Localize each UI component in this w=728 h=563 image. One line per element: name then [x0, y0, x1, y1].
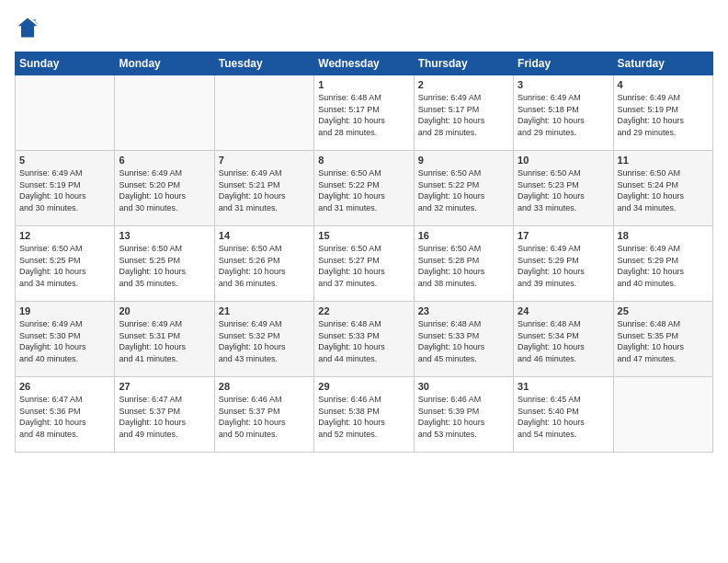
calendar-cell: 15Sunrise: 6:50 AM Sunset: 5:27 PM Dayli…: [314, 226, 414, 302]
calendar-cell: 12Sunrise: 6:50 AM Sunset: 5:25 PM Dayli…: [16, 226, 115, 302]
calendar-cell: 21Sunrise: 6:49 AM Sunset: 5:32 PM Dayli…: [214, 302, 313, 377]
day-number: 14: [219, 230, 310, 241]
day-number: 15: [318, 230, 409, 241]
day-info: Sunrise: 6:50 AM Sunset: 5:28 PM Dayligh…: [418, 243, 509, 289]
calendar-cell: 1Sunrise: 6:48 AM Sunset: 5:17 PM Daylig…: [314, 75, 414, 151]
calendar-cell: 22Sunrise: 6:48 AM Sunset: 5:33 PM Dayli…: [314, 302, 414, 377]
calendar-cell: 4Sunrise: 6:49 AM Sunset: 5:19 PM Daylig…: [613, 75, 712, 151]
calendar-cell: [214, 75, 313, 151]
day-info: Sunrise: 6:48 AM Sunset: 5:34 PM Dayligh…: [518, 318, 609, 364]
calendar-cell: 16Sunrise: 6:50 AM Sunset: 5:28 PM Dayli…: [414, 226, 513, 302]
calendar-cell: 10Sunrise: 6:50 AM Sunset: 5:23 PM Dayli…: [514, 151, 613, 226]
day-info: Sunrise: 6:46 AM Sunset: 5:37 PM Dayligh…: [219, 394, 310, 440]
calendar-cell: 24Sunrise: 6:48 AM Sunset: 5:34 PM Dayli…: [514, 302, 613, 377]
day-number: 11: [618, 155, 709, 166]
header-cell-wednesday: Wednesday: [314, 52, 414, 75]
day-number: 17: [518, 230, 609, 241]
calendar-cell: 7Sunrise: 6:49 AM Sunset: 5:21 PM Daylig…: [214, 151, 313, 226]
day-info: Sunrise: 6:49 AM Sunset: 5:20 PM Dayligh…: [119, 167, 210, 213]
calendar-cell: 9Sunrise: 6:50 AM Sunset: 5:22 PM Daylig…: [414, 151, 513, 226]
day-number: 30: [418, 381, 509, 392]
week-row-2: 5Sunrise: 6:49 AM Sunset: 5:19 PM Daylig…: [16, 151, 713, 226]
day-info: Sunrise: 6:48 AM Sunset: 5:35 PM Dayligh…: [618, 318, 709, 364]
calendar-cell: 31Sunrise: 6:45 AM Sunset: 5:40 PM Dayli…: [514, 377, 613, 453]
day-info: Sunrise: 6:50 AM Sunset: 5:26 PM Dayligh…: [219, 243, 310, 289]
calendar-cell: 19Sunrise: 6:49 AM Sunset: 5:30 PM Dayli…: [16, 302, 115, 377]
day-info: Sunrise: 6:49 AM Sunset: 5:32 PM Dayligh…: [219, 318, 310, 364]
day-info: Sunrise: 6:49 AM Sunset: 5:29 PM Dayligh…: [518, 243, 609, 289]
week-row-1: 1Sunrise: 6:48 AM Sunset: 5:17 PM Daylig…: [16, 75, 713, 151]
calendar-cell: 3Sunrise: 6:49 AM Sunset: 5:18 PM Daylig…: [514, 75, 613, 151]
day-number: 2: [418, 79, 509, 90]
day-info: Sunrise: 6:50 AM Sunset: 5:22 PM Dayligh…: [418, 167, 509, 213]
day-number: 20: [119, 305, 210, 316]
svg-marker-1: [18, 18, 38, 38]
calendar-cell: 25Sunrise: 6:48 AM Sunset: 5:35 PM Dayli…: [613, 302, 712, 377]
calendar-cell: 29Sunrise: 6:46 AM Sunset: 5:38 PM Dayli…: [314, 377, 414, 453]
day-info: Sunrise: 6:49 AM Sunset: 5:31 PM Dayligh…: [119, 318, 210, 364]
calendar-cell: 11Sunrise: 6:50 AM Sunset: 5:24 PM Dayli…: [613, 151, 712, 226]
day-info: Sunrise: 6:45 AM Sunset: 5:40 PM Dayligh…: [518, 394, 609, 440]
header-cell-thursday: Thursday: [414, 52, 513, 75]
day-number: 13: [119, 230, 210, 241]
day-info: Sunrise: 6:50 AM Sunset: 5:27 PM Dayligh…: [318, 243, 409, 289]
day-info: Sunrise: 6:49 AM Sunset: 5:19 PM Dayligh…: [19, 167, 110, 213]
calendar-cell: 27Sunrise: 6:47 AM Sunset: 5:37 PM Dayli…: [115, 377, 214, 453]
header-cell-friday: Friday: [514, 52, 613, 75]
logo: [15, 15, 44, 40]
day-number: 12: [19, 230, 110, 241]
day-number: 21: [219, 305, 310, 316]
day-info: Sunrise: 6:49 AM Sunset: 5:18 PM Dayligh…: [518, 92, 609, 138]
day-number: 29: [318, 381, 409, 392]
day-number: 25: [618, 305, 709, 316]
day-info: Sunrise: 6:50 AM Sunset: 5:22 PM Dayligh…: [318, 167, 409, 213]
day-number: 9: [418, 155, 509, 166]
day-number: 31: [518, 381, 609, 392]
calendar-cell: [115, 75, 214, 151]
calendar-cell: 30Sunrise: 6:46 AM Sunset: 5:39 PM Dayli…: [414, 377, 513, 453]
calendar-cell: 28Sunrise: 6:46 AM Sunset: 5:37 PM Dayli…: [214, 377, 313, 453]
day-info: Sunrise: 6:49 AM Sunset: 5:21 PM Dayligh…: [219, 167, 310, 213]
day-number: 28: [219, 381, 310, 392]
header-cell-monday: Monday: [115, 52, 214, 75]
calendar-cell: [613, 377, 712, 453]
calendar-cell: 14Sunrise: 6:50 AM Sunset: 5:26 PM Dayli…: [214, 226, 313, 302]
day-number: 22: [318, 305, 409, 316]
day-number: 10: [518, 155, 609, 166]
day-info: Sunrise: 6:50 AM Sunset: 5:25 PM Dayligh…: [119, 243, 210, 289]
day-info: Sunrise: 6:48 AM Sunset: 5:17 PM Dayligh…: [318, 92, 409, 138]
day-number: 3: [518, 79, 609, 90]
page-header: [15, 15, 713, 40]
calendar-cell: 2Sunrise: 6:49 AM Sunset: 5:17 PM Daylig…: [414, 75, 513, 151]
header-cell-tuesday: Tuesday: [214, 52, 313, 75]
week-row-4: 19Sunrise: 6:49 AM Sunset: 5:30 PM Dayli…: [16, 302, 713, 377]
calendar-cell: 17Sunrise: 6:49 AM Sunset: 5:29 PM Dayli…: [514, 226, 613, 302]
header-row: SundayMondayTuesdayWednesdayThursdayFrid…: [16, 52, 713, 75]
calendar-cell: 26Sunrise: 6:47 AM Sunset: 5:36 PM Dayli…: [16, 377, 115, 453]
day-number: 1: [318, 79, 409, 90]
header-cell-saturday: Saturday: [613, 52, 712, 75]
day-info: Sunrise: 6:49 AM Sunset: 5:29 PM Dayligh…: [618, 243, 709, 289]
calendar-cell: 6Sunrise: 6:49 AM Sunset: 5:20 PM Daylig…: [115, 151, 214, 226]
week-row-5: 26Sunrise: 6:47 AM Sunset: 5:36 PM Dayli…: [16, 377, 713, 453]
day-info: Sunrise: 6:49 AM Sunset: 5:17 PM Dayligh…: [418, 92, 509, 138]
day-number: 7: [219, 155, 310, 166]
day-info: Sunrise: 6:46 AM Sunset: 5:38 PM Dayligh…: [318, 394, 409, 440]
day-number: 8: [318, 155, 409, 166]
day-number: 16: [418, 230, 509, 241]
day-number: 5: [19, 155, 110, 166]
day-info: Sunrise: 6:47 AM Sunset: 5:36 PM Dayligh…: [19, 394, 110, 440]
calendar-table: SundayMondayTuesdayWednesdayThursdayFrid…: [15, 52, 713, 453]
day-info: Sunrise: 6:50 AM Sunset: 5:25 PM Dayligh…: [19, 243, 110, 289]
day-info: Sunrise: 6:46 AM Sunset: 5:39 PM Dayligh…: [418, 394, 509, 440]
day-number: 24: [518, 305, 609, 316]
day-number: 19: [19, 305, 110, 316]
calendar-cell: 23Sunrise: 6:48 AM Sunset: 5:33 PM Dayli…: [414, 302, 513, 377]
day-info: Sunrise: 6:47 AM Sunset: 5:37 PM Dayligh…: [119, 394, 210, 440]
week-row-3: 12Sunrise: 6:50 AM Sunset: 5:25 PM Dayli…: [16, 226, 713, 302]
header-cell-sunday: Sunday: [16, 52, 115, 75]
day-number: 26: [19, 381, 110, 392]
calendar-cell: [16, 75, 115, 151]
day-number: 23: [418, 305, 509, 316]
day-info: Sunrise: 6:49 AM Sunset: 5:19 PM Dayligh…: [618, 92, 709, 138]
